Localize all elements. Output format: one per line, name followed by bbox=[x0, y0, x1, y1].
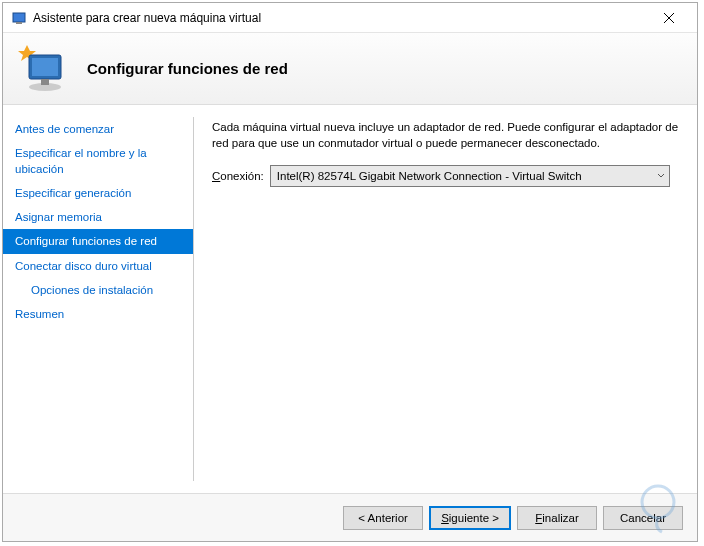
wizard-header: Configurar funciones de red bbox=[3, 33, 697, 105]
next-button[interactable]: Siguiente > bbox=[429, 506, 511, 530]
window-title: Asistente para crear nueva máquina virtu… bbox=[33, 11, 649, 25]
connection-dropdown[interactable]: Intel(R) 82574L Gigabit Network Connecti… bbox=[270, 165, 670, 187]
close-button[interactable] bbox=[649, 4, 689, 32]
cancel-button[interactable]: Cancelar bbox=[603, 506, 683, 530]
sidebar-item-name-location[interactable]: Especificar el nombre y la ubicación bbox=[3, 141, 193, 181]
connection-field-row: Conexión: Intel(R) 82574L Gigabit Networ… bbox=[212, 165, 679, 187]
svg-rect-8 bbox=[41, 79, 49, 85]
wizard-footer: < Anterior Siguiente > Finalizar Cancela… bbox=[3, 493, 697, 541]
svg-rect-0 bbox=[13, 13, 25, 22]
wizard-content: Cada máquina virtual nueva incluye un ad… bbox=[194, 105, 697, 493]
titlebar: Asistente para crear nueva máquina virtu… bbox=[3, 3, 697, 33]
wizard-icon bbox=[17, 43, 69, 95]
description-text: Cada máquina virtual nueva incluye un ad… bbox=[212, 119, 679, 151]
finish-button[interactable]: Finalizar bbox=[517, 506, 597, 530]
sidebar-item-before-begin[interactable]: Antes de comenzar bbox=[3, 117, 193, 141]
wizard-body: Antes de comenzar Especificar el nombre … bbox=[3, 105, 697, 493]
connection-label: Conexión: bbox=[212, 170, 264, 182]
sidebar-item-memory[interactable]: Asignar memoria bbox=[3, 205, 193, 229]
sidebar-item-generation[interactable]: Especificar generación bbox=[3, 181, 193, 205]
wizard-window: Asistente para crear nueva máquina virtu… bbox=[2, 2, 698, 542]
sidebar-item-summary[interactable]: Resumen bbox=[3, 302, 193, 326]
sidebar-item-networking[interactable]: Configurar funciones de red bbox=[3, 229, 193, 253]
connection-dropdown-value: Intel(R) 82574L Gigabit Network Connecti… bbox=[277, 170, 657, 182]
svg-rect-6 bbox=[32, 58, 58, 76]
sidebar-item-vhd[interactable]: Conectar disco duro virtual bbox=[3, 254, 193, 278]
page-title: Configurar funciones de red bbox=[87, 60, 288, 77]
sidebar-item-install-options[interactable]: Opciones de instalación bbox=[3, 278, 193, 302]
close-icon bbox=[664, 13, 674, 23]
chevron-down-icon bbox=[657, 171, 665, 181]
app-icon bbox=[11, 10, 27, 26]
previous-button[interactable]: < Anterior bbox=[343, 506, 423, 530]
wizard-steps-sidebar: Antes de comenzar Especificar el nombre … bbox=[3, 105, 193, 493]
svg-rect-1 bbox=[16, 22, 22, 24]
